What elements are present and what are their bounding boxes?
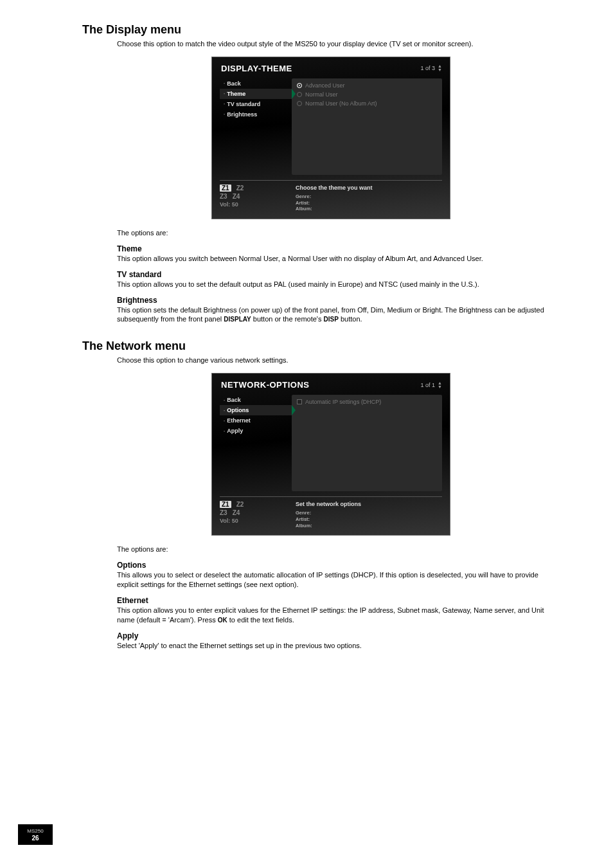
menu-item-back[interactable]: · Back bbox=[220, 78, 292, 89]
bullet-icon: · bbox=[224, 91, 225, 96]
bullet-icon: · bbox=[224, 397, 225, 403]
meta-artist: Artist: bbox=[296, 516, 310, 522]
bullet-icon: · bbox=[224, 408, 225, 413]
apply-subheading: Apply bbox=[117, 631, 545, 640]
option-dhcp[interactable]: Automatic IP settings (DHCP) bbox=[297, 397, 437, 406]
counter-arrows-icon: ▲▼ bbox=[438, 64, 442, 72]
ethernet-subheading: Ethernet bbox=[117, 596, 545, 605]
now-playing-meta: Genre: Artist: Album: bbox=[296, 194, 442, 212]
apply-body: Select 'Apply' to enact the Ethernet set… bbox=[117, 641, 545, 651]
option-label: Normal User (No Album Art) bbox=[305, 100, 377, 107]
bullet-icon: · bbox=[224, 418, 225, 424]
theme-subheading: Theme bbox=[117, 244, 545, 253]
brightness-subheading: Brightness bbox=[117, 296, 545, 305]
brightness-body-post: button. bbox=[341, 315, 362, 323]
option-label: Advanced User bbox=[305, 82, 345, 89]
display-theme-window: DISPLAY-THEME 1 of 3 ▲▼ · Back bbox=[211, 57, 450, 219]
counter-arrows-icon: ▲▼ bbox=[438, 381, 442, 389]
meta-album: Album: bbox=[296, 206, 312, 212]
menu-label: Back bbox=[227, 80, 241, 87]
window-body: · Back · Theme · TV standard bbox=[212, 77, 450, 177]
menu-label: Options bbox=[227, 407, 249, 413]
menu-label: Apply bbox=[227, 428, 243, 434]
menu-label: Theme bbox=[227, 91, 245, 97]
meta-artist: Artist: bbox=[296, 200, 310, 206]
zone-z4[interactable]: Z4 bbox=[233, 193, 240, 200]
zones-panel: Z1 Z2 Z3 Z4 Vol: 50 bbox=[220, 183, 292, 212]
window-title: NETWORK-OPTIONS bbox=[221, 380, 421, 390]
menu-item-back[interactable]: · Back bbox=[220, 395, 292, 405]
menu-item-brightness[interactable]: · Brightness bbox=[220, 109, 292, 120]
brightness-body: This option sets the default Brightness … bbox=[117, 305, 545, 325]
display-intro: Choose this option to match the video ou… bbox=[117, 39, 545, 49]
content-column: The Display menu Choose this option to m… bbox=[82, 23, 545, 650]
window-footer: Z1 Z2 Z3 Z4 Vol: 50 Choose the theme you… bbox=[212, 181, 450, 219]
bullet-icon: · bbox=[224, 428, 225, 434]
menu-label: Back bbox=[227, 397, 241, 403]
menu-list: · Back · Theme · TV standard bbox=[220, 78, 292, 175]
radio-icon bbox=[297, 92, 302, 97]
meta-album: Album: bbox=[296, 523, 312, 529]
menu-item-ethernet[interactable]: · Ethernet bbox=[220, 415, 292, 426]
zone-z2[interactable]: Z2 bbox=[236, 185, 244, 192]
page-number: 26 bbox=[23, 835, 48, 842]
menu-label: Brightness bbox=[227, 111, 257, 118]
menu-item-theme[interactable]: · Theme bbox=[220, 89, 292, 99]
bullet-icon: · bbox=[224, 101, 225, 107]
option-label: Normal User bbox=[305, 91, 338, 98]
tv-standard-body: This option allows you to set the defaul… bbox=[117, 280, 545, 289]
zone-z3[interactable]: Z3 bbox=[220, 509, 227, 516]
checkbox-icon bbox=[297, 399, 302, 404]
network-menu-heading: The Network menu bbox=[82, 339, 545, 353]
options-subheading: Options bbox=[117, 561, 545, 570]
zone-z4[interactable]: Z4 bbox=[233, 509, 240, 516]
zone-z3[interactable]: Z3 bbox=[220, 193, 227, 200]
bullet-icon: · bbox=[224, 111, 225, 117]
ok-button-label: OK bbox=[218, 617, 227, 624]
radio-icon bbox=[297, 83, 302, 88]
network-section-indent: Choose this option to change various net… bbox=[117, 356, 545, 650]
option-advanced-user[interactable]: Advanced User bbox=[297, 81, 437, 90]
network-options-screenshot: NETWORK-OPTIONS 1 of 1 ▲▼ · Back bbox=[211, 373, 450, 536]
hint-text: Choose the theme you want bbox=[296, 185, 442, 191]
meta-genre: Genre: bbox=[296, 194, 311, 199]
ethernet-body: This option allows you to enter explicit… bbox=[117, 606, 545, 625]
option-normal-user[interactable]: Normal User bbox=[297, 90, 437, 99]
menu-label: TV standard bbox=[227, 101, 260, 107]
display-theme-screenshot: DISPLAY-THEME 1 of 3 ▲▼ · Back bbox=[211, 57, 450, 219]
hint-text: Set the network options bbox=[296, 501, 442, 507]
ethernet-body-post: to edit the text fields. bbox=[229, 616, 294, 624]
page: The Display menu Choose this option to m… bbox=[0, 0, 613, 868]
zone-z1[interactable]: Z1 bbox=[220, 185, 231, 192]
option-normal-user-no-art[interactable]: Normal User (No Album Art) bbox=[297, 99, 437, 108]
menu-item-options[interactable]: · Options bbox=[220, 405, 292, 415]
option-label: Automatic IP settings (DHCP) bbox=[305, 399, 381, 405]
tv-standard-subheading: TV standard bbox=[117, 270, 545, 279]
page-counter: 1 of 1 ▲▼ bbox=[421, 381, 442, 389]
network-intro: Choose this option to change various net… bbox=[117, 356, 545, 365]
counter-text: 1 of 3 bbox=[421, 65, 436, 71]
zone-z2[interactable]: Z2 bbox=[236, 501, 244, 508]
menu-item-apply[interactable]: · Apply bbox=[220, 426, 292, 436]
footer-right: Choose the theme you want Genre: Artist:… bbox=[292, 183, 442, 212]
display-section-indent: Choose this option to match the video ou… bbox=[117, 39, 545, 324]
disp-button-label: DISP bbox=[324, 316, 339, 323]
window-footer: Z1 Z2 Z3 Z4 Vol: 50 Set the network opti… bbox=[212, 497, 450, 535]
display-menu-heading: The Display menu bbox=[82, 23, 545, 37]
zones-panel: Z1 Z2 Z3 Z4 Vol: 50 bbox=[220, 500, 292, 529]
options-are-label: The options are: bbox=[117, 228, 545, 238]
window-body: · Back · Options · Ethernet bbox=[212, 393, 450, 494]
window-header: NETWORK-OPTIONS 1 of 1 ▲▼ bbox=[212, 374, 450, 393]
page-counter: 1 of 3 ▲▼ bbox=[421, 64, 442, 72]
options-body: This allows you to select or deselect th… bbox=[117, 570, 545, 590]
meta-genre: Genre: bbox=[296, 510, 311, 516]
radio-icon bbox=[297, 101, 302, 106]
theme-body: This option allows you switch between No… bbox=[117, 254, 545, 264]
ethernet-body-pre: This option allows you to enter explicit… bbox=[117, 606, 544, 624]
bullet-icon: · bbox=[224, 80, 225, 86]
zone-z1[interactable]: Z1 bbox=[220, 501, 231, 508]
menu-item-tv-standard[interactable]: · TV standard bbox=[220, 99, 292, 109]
menu-label: Ethernet bbox=[227, 417, 251, 424]
network-options-window: NETWORK-OPTIONS 1 of 1 ▲▼ · Back bbox=[211, 373, 450, 536]
page-number-badge: MS250 26 bbox=[18, 824, 53, 845]
